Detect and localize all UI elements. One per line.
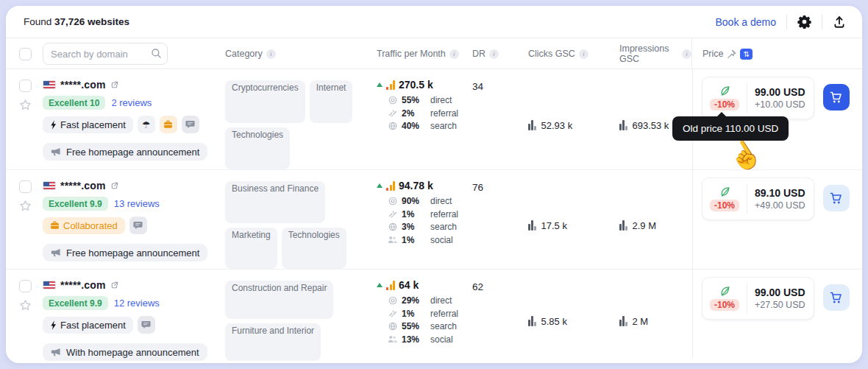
- traffic-breakdown-item: 1% referral: [388, 309, 472, 319]
- external-link-icon[interactable]: [110, 81, 118, 89]
- favorite-star-icon[interactable]: [19, 99, 32, 111]
- price-amount: 99.00 USD: [755, 86, 805, 98]
- traffic-breakdown-item: 55% direct: [388, 95, 472, 105]
- traffic-breakdown-item: 29% direct: [388, 295, 472, 306]
- price-amount: 99.00 USD: [755, 287, 805, 298]
- chat-icon[interactable]: [138, 316, 155, 334]
- price-extra: +27.50 USD: [755, 300, 805, 310]
- briefcase-icon[interactable]: [160, 116, 177, 133]
- column-header-impressions[interactable]: Impressions GSCi: [619, 43, 691, 64]
- column-header-dr[interactable]: DRi: [472, 49, 528, 59]
- search-input[interactable]: [43, 43, 168, 65]
- info-icon[interactable]: i: [579, 49, 588, 59]
- traffic-breakdown-item: 55% search: [388, 321, 472, 331]
- external-link-icon[interactable]: [110, 281, 118, 289]
- websites-table-card: Found 37,726 websites Book a demo: [6, 6, 862, 363]
- fast-placement-badge: Fast placement: [43, 317, 133, 334]
- discount-badge[interactable]: -10%: [710, 299, 739, 311]
- domain-name[interactable]: *****.com: [60, 79, 106, 91]
- reviews-link[interactable]: 2 reviews: [111, 97, 152, 108]
- domain-name[interactable]: *****.com: [60, 180, 106, 191]
- traffic-value: 64 k: [399, 279, 419, 291]
- old-price-tooltip: Old price 110.00 USD: [672, 116, 789, 141]
- traffic-breakdown-item: 1% referral: [388, 209, 472, 219]
- table-header-row: Categoryi Traffic per Monthi DRi Clicks …: [6, 38, 862, 69]
- bar-chart-icon: [619, 120, 627, 130]
- add-to-cart-button[interactable]: [823, 284, 850, 311]
- domain-name[interactable]: *****.com: [60, 279, 106, 291]
- target-icon: [388, 296, 397, 305]
- category-pill: Internet: [310, 80, 353, 123]
- traffic-breakdown-item: 13% social: [388, 334, 472, 345]
- trend-up-icon: [377, 183, 383, 188]
- info-icon[interactable]: i: [489, 49, 499, 59]
- price-cell: -10% 99.00 USD +27.50 USD: [692, 270, 862, 357]
- traffic-cell: 94.78 k 90% direct 1% referral 3% search: [377, 180, 472, 269]
- announcement-badge: Free homepage announcement: [43, 244, 207, 261]
- reviews-link[interactable]: 13 reviews: [114, 198, 160, 209]
- traffic-cell: 64 k 29% direct 1% referral 55% search: [377, 279, 472, 361]
- bar-chart-icon: [528, 316, 536, 326]
- lightning-icon: [50, 320, 57, 330]
- analytics-bars-icon: [386, 181, 395, 191]
- traffic-breakdown-item: 40% search: [388, 121, 472, 131]
- gear-icon[interactable]: [797, 15, 811, 29]
- row-checkbox[interactable]: [19, 180, 32, 193]
- category-pill: Furniture and Interior: [225, 323, 321, 362]
- column-header-price[interactable]: Price ⇅: [691, 38, 862, 69]
- fast-placement-badge: Fast placement: [43, 116, 133, 133]
- bar-chart-icon: [528, 220, 536, 231]
- table-row[interactable]: *****.com Excellent 10 2 reviews Fast pl…: [6, 69, 862, 170]
- price-card[interactable]: -10% 89.10 USD +49.00 USD: [702, 178, 814, 220]
- leaf-icon: [719, 286, 730, 297]
- traffic-value: 270.5 k: [399, 79, 433, 91]
- dr-value: 34: [472, 79, 528, 169]
- announcement-badge: With homepage announcement: [43, 343, 207, 361]
- website-cell: *****.com Excellent 10 2 reviews Fast pl…: [43, 79, 225, 169]
- category-cell: Construction and Repair Furniture and In…: [225, 279, 377, 361]
- topbar: Found 37,726 websites Book a demo: [6, 6, 862, 38]
- info-icon[interactable]: i: [682, 49, 691, 59]
- umbrella-icon[interactable]: ☂: [138, 116, 155, 133]
- chat-icon[interactable]: [129, 217, 147, 234]
- category-pill: Technologies: [282, 228, 346, 270]
- info-icon[interactable]: i: [266, 49, 276, 59]
- row-checkbox[interactable]: [19, 280, 32, 292]
- favorite-star-icon[interactable]: [19, 299, 32, 312]
- discount-badge[interactable]: -10%: [710, 99, 739, 110]
- chat-icon[interactable]: [182, 116, 199, 133]
- target-icon: [388, 96, 397, 105]
- analytics-bars-icon: [386, 80, 395, 90]
- column-header-traffic[interactable]: Traffic per Monthi: [377, 49, 472, 59]
- book-a-demo-link[interactable]: Book a demo: [716, 16, 777, 28]
- rating-badge: Excellent 10: [43, 96, 105, 110]
- clicks-value: 52.93 k: [541, 120, 573, 131]
- clicks-value: 17.5 k: [541, 220, 567, 231]
- external-link-icon[interactable]: [110, 182, 118, 190]
- column-header-clicks[interactable]: Clicks GSCi: [528, 49, 619, 59]
- column-header-category[interactable]: Categoryi: [225, 49, 377, 59]
- traffic-breakdown-item: 3% search: [388, 222, 472, 232]
- divider: [786, 15, 787, 29]
- reviews-link[interactable]: 12 reviews: [114, 298, 160, 309]
- pin-icon[interactable]: [727, 49, 736, 59]
- megaphone-icon: [51, 348, 61, 357]
- found-count-text: Found 37,726 websites: [24, 16, 129, 27]
- price-extra: +10.00 USD: [755, 99, 805, 110]
- favorite-star-icon[interactable]: [19, 200, 32, 212]
- select-all-checkbox[interactable]: [19, 48, 32, 60]
- price-sort-badge-icon[interactable]: ⇅: [740, 49, 753, 60]
- row-checkbox[interactable]: [19, 80, 32, 92]
- table-row[interactable]: *****.com Excellent 9.9 13 reviews Colla…: [6, 170, 862, 270]
- info-icon[interactable]: i: [449, 49, 459, 59]
- export-icon[interactable]: [833, 15, 846, 29]
- table-row[interactable]: *****.com Excellent 9.9 12 reviews Fast …: [6, 270, 862, 357]
- bar-chart-icon: [619, 220, 627, 231]
- price-card[interactable]: -10% 99.00 USD +27.50 USD: [702, 277, 814, 320]
- add-to-cart-button[interactable]: [823, 84, 850, 110]
- impressions-value: 2 M: [633, 316, 649, 327]
- discount-badge[interactable]: -10%: [710, 200, 739, 211]
- add-to-cart-button[interactable]: [823, 185, 850, 211]
- traffic-breakdown-item: 90% direct: [388, 196, 472, 206]
- dr-value: 76: [472, 180, 528, 269]
